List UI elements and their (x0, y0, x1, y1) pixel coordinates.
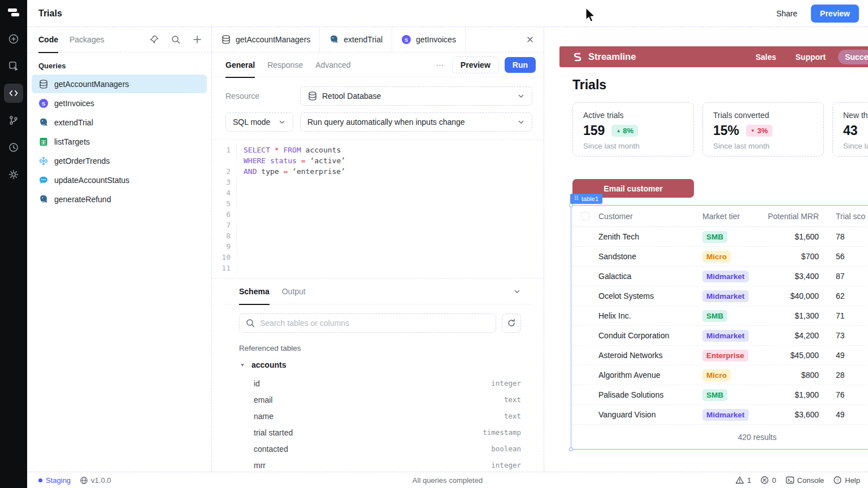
tier-badge: Midmarket (702, 409, 749, 421)
tier-badge: SMB (702, 231, 727, 243)
run-behavior-select[interactable]: Run query automatically when inputs chan… (300, 112, 532, 132)
table-row[interactable]: Sandstone Micro $700 56 (571, 247, 868, 267)
table-widget-tag[interactable]: ⠿ table1 (570, 194, 602, 204)
environment-selector[interactable]: Staging (38, 476, 71, 485)
rail-history-button[interactable] (4, 138, 23, 157)
editor-tab-getInvoices[interactable]: SgetInvoices (392, 27, 466, 52)
help-button[interactable]: ?Help (833, 476, 860, 485)
schema-table-accounts[interactable]: accounts (225, 355, 532, 375)
svg-text:S: S (405, 37, 408, 43)
run-button[interactable]: Run (505, 57, 536, 73)
table-row[interactable]: Conduit Corporation Midmarket $4,200 73 (571, 326, 868, 346)
nav-item-success[interactable]: Success (838, 50, 868, 64)
query-item-getAccountManagers[interactable]: getAccountManagers (32, 75, 207, 93)
rail-settings-button[interactable] (4, 165, 23, 184)
search-icon (245, 318, 255, 328)
schema-tab-output[interactable]: Output (282, 278, 306, 304)
query-preview-button[interactable]: Preview (452, 56, 499, 73)
query-item-getOrderTrends[interactable]: getOrderTrends (32, 151, 207, 170)
query-item-generateRefund[interactable]: generateRefund (32, 190, 207, 208)
editor-tab-extendTrial[interactable]: extendTrial (320, 27, 392, 52)
cell-score: 28 (819, 371, 845, 380)
nav-item-sales[interactable]: Sales (749, 50, 783, 64)
editor-subtab-general[interactable]: General (225, 53, 255, 77)
cell-score: 56 (819, 252, 845, 261)
sql-code-editor[interactable]: 1 234567891011 SELECT * FROM accountsWHE… (212, 140, 544, 278)
table-row[interactable]: Zenith Tech SMB $1,600 78 (571, 227, 868, 247)
editor-tab-getAccountManagers[interactable]: getAccountManagers (212, 27, 320, 52)
errors-indicator[interactable]: 0 (760, 476, 776, 485)
query-item-extendTrial[interactable]: extendTrial (32, 113, 207, 132)
table-row[interactable]: Galactica Midmarket $3,400 87 (571, 267, 868, 286)
share-button[interactable]: Share (769, 5, 805, 22)
rail-code-button[interactable] (4, 84, 23, 103)
top-bar: Trials Share Preview (27, 0, 868, 27)
selection-handle[interactable] (569, 203, 573, 207)
pin-icon[interactable] (149, 34, 159, 45)
console-button[interactable]: Console (785, 476, 824, 485)
cell-mrr: $1,600 (760, 232, 819, 241)
queries-section-label: Queries (27, 53, 211, 75)
schema-tabbar: SchemaOutput (225, 278, 532, 304)
close-tab-button[interactable] (517, 27, 544, 52)
schema-search[interactable] (239, 313, 496, 333)
query-item-updateAccountStatus[interactable]: updateAccountStatus (32, 171, 207, 189)
column-header-market-tier[interactable]: Market tier (702, 212, 760, 221)
nav-item-support[interactable]: Support (789, 50, 833, 64)
table-row[interactable]: Ocelot Systems Midmarket $40,000 62 (571, 286, 868, 306)
editor-subtab-advanced[interactable]: Advanced (315, 53, 350, 77)
sql-mode-select[interactable]: SQL mode (225, 112, 293, 132)
cell-customer: Ocelot Systems (598, 291, 702, 300)
chevron-down-icon[interactable] (513, 287, 521, 295)
table-row[interactable]: Asteroid Networks Enterprise $45,000 49 (571, 346, 868, 365)
query-item-listTargets[interactable]: listTargets (32, 132, 207, 151)
chevron-down-icon (517, 118, 525, 126)
preview-button[interactable]: Preview (811, 5, 859, 23)
resource-select[interactable]: Retool Database (300, 86, 532, 106)
rail-add-button[interactable] (4, 29, 23, 49)
cell-score: 49 (819, 351, 845, 360)
add-query-icon[interactable] (192, 34, 202, 45)
cell-score: 76 (819, 390, 845, 399)
schema-search-input[interactable] (260, 319, 490, 328)
cell-mrr: $3,400 (760, 272, 819, 281)
warnings-indicator[interactable]: 1 (735, 476, 751, 485)
version-selector[interactable]: v1.0.0 (80, 476, 111, 485)
rail-branch-button[interactable] (4, 111, 23, 130)
query-item-label: generateRefund (54, 195, 111, 204)
table-row[interactable]: Vanguard Vision Midmarket $3,600 49 (571, 405, 868, 425)
panel-tab-packages[interactable]: Packages (70, 27, 104, 53)
widget-tag-label: table1 (581, 195, 598, 202)
column-header-customer[interactable]: Customer (598, 212, 702, 221)
schema-field-email: email text (225, 391, 532, 408)
refresh-schema-button[interactable] (502, 313, 521, 333)
table-row[interactable]: Algorithm Avenue Micro $800 28 (571, 365, 868, 385)
app-canvas: Streamline SalesSupportSuccess Trials Ac… (544, 27, 868, 472)
table-row[interactable]: Palisade Solutions SMB $1,900 76 (571, 385, 868, 405)
trials-table[interactable]: Customer Market tier Potential MRR Trial… (571, 205, 868, 450)
selection-handle[interactable] (569, 447, 573, 451)
search-icon[interactable] (171, 34, 181, 45)
more-options-button[interactable]: ⋯ (429, 60, 452, 69)
query-item-label: getOrderTrends (54, 156, 110, 165)
table-row[interactable]: Helix Inc. SMB $1,300 71 (571, 306, 868, 326)
circle-x-icon (760, 476, 769, 485)
stat-title: New th (843, 111, 868, 120)
editor-subtab-response[interactable]: Response (267, 53, 303, 77)
code-line (244, 252, 345, 263)
cell-mrr: $1,300 (760, 311, 819, 320)
rail-select-tool-button[interactable] (4, 56, 23, 76)
panel-tab-code[interactable]: Code (38, 27, 58, 53)
schema-tab-schema[interactable]: Schema (239, 278, 270, 304)
database-icon (38, 79, 49, 89)
console-icon (785, 476, 795, 485)
column-header-potential-mrr[interactable]: Potential MRR (760, 212, 819, 221)
retool-logo[interactable] (7, 8, 20, 17)
select-all-checkbox[interactable] (581, 212, 589, 220)
query-editor-panel: getAccountManagers extendTrial SgetInvoi… (212, 27, 544, 472)
query-item-getInvoices[interactable]: SgetInvoices (32, 94, 207, 112)
tier-badge: Midmarket (702, 290, 749, 302)
stat-caption: Since last month (713, 142, 813, 150)
help-icon: ? (833, 476, 842, 485)
column-header-trial-score[interactable]: Trial sco (819, 212, 865, 221)
